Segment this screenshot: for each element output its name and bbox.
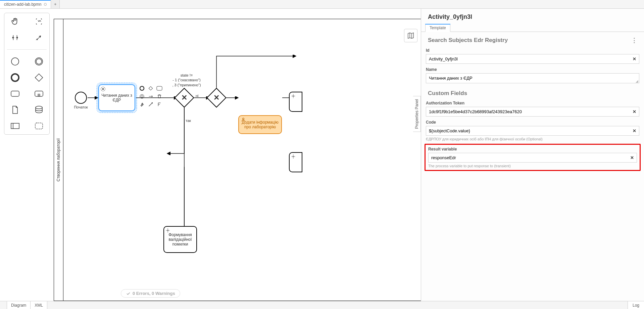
clear-icon[interactable]: ✕: [628, 155, 637, 160]
minimap-button[interactable]: [404, 29, 417, 42]
tab-template[interactable]: Template: [425, 24, 450, 32]
task-icon[interactable]: [10, 89, 20, 99]
svg-point-3: [11, 74, 19, 81]
condition-text: state != - 1 ("скасовано") , 3 ("припине…: [171, 73, 202, 87]
participant-icon[interactable]: [10, 121, 20, 131]
svg-point-17: [102, 88, 104, 90]
subprocess-icon[interactable]: [34, 89, 44, 99]
start-event-icon[interactable]: [10, 56, 20, 67]
svg-point-23: [243, 118, 244, 120]
svg-point-25: [293, 156, 294, 157]
task-add-lab[interactable]: Додати інформацію про лабораторію: [238, 115, 282, 134]
context-pad: [139, 85, 163, 108]
properties-toggle-label: Properties Panel: [414, 99, 419, 129]
id-label: Id: [426, 48, 639, 53]
svg-rect-20: [157, 86, 162, 90]
name-input[interactable]: Читання даних з ЄДР: [426, 74, 636, 83]
svg-rect-11: [35, 123, 43, 129]
pad-replace-icon[interactable]: [147, 93, 154, 100]
tab-diagram[interactable]: Diagram: [7, 301, 31, 309]
section-title: Search Subjects Edr Registry: [428, 37, 508, 44]
clear-icon[interactable]: ✕: [630, 56, 639, 61]
edge-yes-label: так: [186, 119, 191, 123]
lasso-tool-icon[interactable]: [34, 16, 44, 27]
task-label: Формування валідаційної помилки: [166, 232, 194, 247]
id-input[interactable]: [426, 54, 630, 63]
code-input[interactable]: [426, 126, 630, 135]
gear-icon: [165, 228, 170, 234]
task-label: Читання даних з ЄДР: [101, 93, 133, 102]
auth-label: Authorization Token: [426, 101, 639, 105]
pad-annotation-icon[interactable]: [139, 93, 145, 100]
gateway-2[interactable]: ✕: [206, 88, 226, 107]
status-pill[interactable]: 0 Errors, 0 Warnings: [121, 289, 180, 298]
svg-point-26: [167, 230, 168, 231]
tab-log[interactable]: Log: [628, 301, 644, 309]
hand-tool-icon[interactable]: [10, 16, 20, 27]
gear-icon: [100, 86, 106, 93]
svg-rect-19: [149, 86, 152, 90]
pad-event-icon[interactable]: [139, 85, 145, 92]
section-title: Custom Fields: [428, 90, 467, 97]
gateway-icon[interactable]: [34, 73, 44, 83]
user-icon: [241, 117, 246, 123]
svg-point-0: [11, 58, 19, 65]
intermediate-event-icon[interactable]: [34, 56, 44, 67]
task-validation[interactable]: Формування валідаційної помилки: [163, 226, 197, 253]
gateway-1[interactable]: ✕: [174, 88, 194, 107]
tab-label: Log: [633, 303, 639, 308]
gear-icon: [291, 154, 296, 160]
end-event-icon[interactable]: [10, 73, 20, 83]
pad-task-icon[interactable]: [156, 85, 163, 92]
result-hint: The process variable to put response to …: [428, 164, 637, 168]
edge-no-label: ні: [196, 94, 199, 98]
svg-point-18: [140, 86, 144, 90]
tab-xml[interactable]: XML: [31, 301, 47, 309]
highlight-box: Result variable ✕ The process variable t…: [425, 144, 641, 171]
svg-rect-4: [35, 74, 43, 82]
map-icon: [407, 32, 414, 39]
gear-icon: [291, 94, 296, 99]
clear-icon[interactable]: ✕: [630, 128, 639, 133]
lane-label: Створення лабораторії: [54, 19, 63, 301]
data-store-icon[interactable]: [34, 105, 44, 115]
partial-task-top[interactable]: [289, 92, 302, 112]
tab-label: XML: [35, 303, 43, 308]
connect-tool-icon[interactable]: [34, 33, 44, 43]
resize-icon[interactable]: ◢: [636, 79, 639, 83]
group-icon[interactable]: [34, 121, 44, 131]
space-tool-icon[interactable]: [10, 33, 20, 43]
pad-gateway-icon[interactable]: [147, 85, 154, 92]
pad-connect-icon[interactable]: [147, 101, 154, 108]
name-label: Name: [426, 67, 639, 72]
properties-panel-toggle[interactable]: Properties Panel: [413, 96, 421, 132]
svg-point-21: [140, 94, 144, 98]
task-read-edr[interactable]: Читання даних з ЄДР: [98, 84, 135, 111]
svg-rect-9: [11, 123, 19, 129]
close-icon[interactable]: [44, 3, 47, 6]
svg-point-24: [293, 95, 294, 97]
auth-input[interactable]: [426, 107, 630, 116]
task-label: Додати інформацію про лабораторію: [241, 120, 279, 129]
svg-point-22: [141, 95, 143, 97]
result-input[interactable]: [429, 153, 628, 162]
add-tab-button[interactable]: +: [51, 0, 60, 8]
svg-rect-5: [11, 91, 19, 96]
pad-delete-icon[interactable]: [156, 93, 163, 100]
clear-icon[interactable]: ✕: [630, 109, 639, 114]
code-hint: ЄДРПОУ для юридичних осіб або ІПН для фі…: [426, 137, 639, 141]
pad-wrench-icon[interactable]: [139, 101, 145, 108]
more-icon[interactable]: ⋮: [631, 37, 637, 44]
tab-label: Diagram: [11, 303, 26, 308]
diagram-canvas[interactable]: Створення лабораторії Початок Читання да…: [54, 9, 421, 301]
start-event[interactable]: [75, 92, 87, 104]
check-icon: [126, 291, 131, 296]
properties-panel: Activity_0yfjn3l Template Search Subject…: [421, 9, 644, 301]
file-tab[interactable]: citizen-add-lab.bpmn: [0, 0, 51, 8]
data-object-icon[interactable]: [10, 105, 20, 115]
partial-task-bottom[interactable]: [289, 152, 302, 172]
file-tab-label: citizen-add-lab.bpmn: [4, 2, 41, 7]
start-event-label: Початок: [70, 105, 92, 109]
svg-point-2: [36, 59, 42, 64]
pad-text-icon[interactable]: [156, 101, 163, 108]
